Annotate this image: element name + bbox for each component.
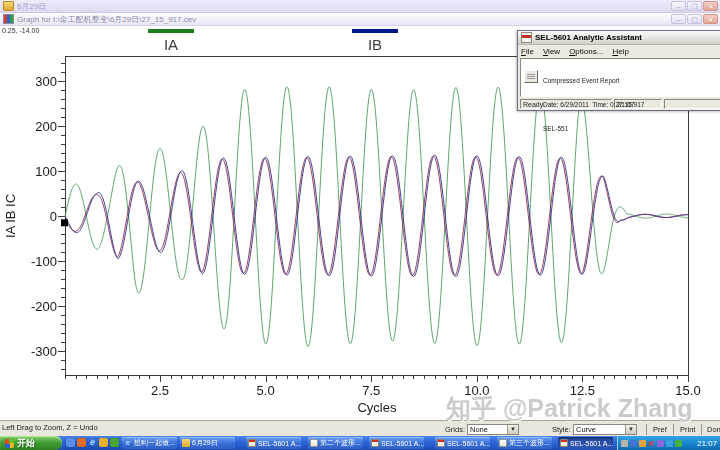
y-tick-label: 100	[17, 164, 57, 179]
quick-launch-bar: e»	[66, 438, 127, 447]
screen: 6月29日 –❐× Graph for I:\金工配机整变\6月29日\27_1…	[0, 0, 720, 450]
report-line-3: SEL-551	[543, 125, 644, 133]
y-tick-label: -100	[17, 254, 57, 269]
taskbar-button-7[interactable]: 第三个波形...	[497, 437, 552, 449]
doc-icon	[310, 439, 318, 447]
style-value: Curve	[576, 425, 596, 434]
messenger-icon[interactable]	[66, 438, 75, 447]
event-report-item-button[interactable]	[524, 70, 538, 83]
grids-value: None	[470, 425, 488, 434]
background-window-title: 6月29日	[17, 1, 46, 12]
minimize-button[interactable]: –	[671, 1, 686, 11]
taskbar-button-label: 想到一起做...	[134, 438, 175, 448]
y-axis-label: IA IB IC	[3, 182, 17, 250]
menu-view[interactable]: View	[543, 47, 560, 56]
print-button[interactable]: Print	[674, 424, 702, 435]
y-tick-label: 300	[17, 74, 57, 89]
sel-icon	[560, 439, 568, 447]
start-button[interactable]: 开始	[0, 436, 62, 450]
taskbar-button-8[interactable]: SEL-5601 A...	[558, 437, 613, 449]
ie-icon: e	[124, 439, 132, 447]
x-tick-label: 2.5	[140, 383, 180, 398]
chevron-down-icon[interactable]: ▼	[507, 425, 518, 434]
windows-logo-icon	[5, 439, 14, 448]
start-label: 开始	[17, 437, 35, 450]
pref-button[interactable]: Pref	[646, 424, 674, 435]
media-player-icon[interactable]	[77, 438, 86, 447]
x-tick-label: 7.5	[351, 383, 391, 398]
close-button[interactable]: ×	[703, 1, 718, 11]
folder-icon	[182, 439, 190, 447]
taskbar-button-label: SEL-5601 A...	[447, 440, 490, 447]
grids-label: Grids:	[445, 425, 465, 434]
taskbar-button-label: 第二个波形...	[320, 438, 361, 448]
input-method-icon[interactable]	[657, 440, 664, 447]
graph-window-titlebar[interactable]: Graph for I:\金工配机整变\6月29日\27_15_917.cev …	[0, 13, 720, 26]
event-report-text: Compressed Event Report Date: 6/29/2011 …	[543, 61, 644, 149]
safety-icon[interactable]	[621, 440, 628, 447]
tray-clock: 21:07	[697, 439, 717, 448]
tray-icons: K	[621, 440, 684, 447]
taskbar-button-2[interactable]: 6月29日	[180, 437, 235, 449]
taskbar-button-6[interactable]: SEL-5601 A...	[435, 437, 490, 449]
power-icon[interactable]	[675, 440, 682, 447]
done-button[interactable]: Done	[701, 424, 720, 435]
legend-item-ib[interactable]: IB	[352, 29, 398, 53]
assistant-window-titlebar[interactable]: SEL-5601 Analytic Assistant	[518, 31, 720, 45]
network-icon[interactable]	[630, 440, 637, 447]
assistant-menubar: FileViewOptions...Help	[518, 45, 720, 57]
legend-label: IA	[148, 36, 194, 53]
system-tray: K 21:07	[617, 436, 720, 450]
taskbar-button-4[interactable]: 第二个波形...	[308, 437, 363, 449]
menu-help[interactable]: Help	[612, 47, 628, 56]
assistant-window: SEL-5601 Analytic Assistant FileViewOpti…	[517, 30, 720, 111]
show-desktop-icon[interactable]	[110, 438, 119, 447]
status-spacer	[664, 99, 720, 109]
restore-button[interactable]: ❐	[687, 1, 702, 11]
graph-document-icon	[3, 14, 14, 24]
ie-icon[interactable]: e	[88, 438, 97, 447]
sel-logo-icon	[521, 32, 532, 43]
chevron-down-icon[interactable]: ▼	[625, 425, 636, 434]
cursor-coordinate-readout: 0.25, -14.00	[2, 27, 39, 34]
x-tick-label: 5.0	[246, 383, 286, 398]
background-window-titlebar[interactable]: 6月29日 –❐×	[0, 0, 720, 13]
legend-item-ia[interactable]: IA	[148, 29, 194, 53]
assistant-window-title: SEL-5601 Analytic Assistant	[535, 33, 642, 42]
taskbar-button-3[interactable]: SEL-5601 A...	[246, 437, 301, 449]
menu-file[interactable]: File	[521, 47, 534, 56]
taskbar-button-1[interactable]: e想到一起做...	[122, 437, 177, 449]
kingsoft-icon[interactable]: K	[648, 440, 655, 447]
taskbar: 开始 e» e想到一起做...6月29日SEL-5601 A...第二个波形..…	[0, 436, 720, 450]
taskbar-button-label: 第三个波形...	[509, 438, 550, 448]
report-line-2: Date: 6/29/2011 Time: 0:27:15.917	[543, 101, 644, 109]
minimize-button[interactable]: –	[671, 14, 686, 24]
taskbar-button-label: SEL-5601 A...	[570, 440, 613, 447]
taskbar-button-label: SEL-5601 A...	[258, 440, 301, 447]
graph-window-buttons: –▢×	[671, 14, 718, 24]
maximize-button[interactable]: ▢	[687, 14, 702, 24]
legend-swatch	[352, 29, 398, 33]
x-axis-label: Cycles	[346, 400, 408, 415]
folder-icon	[3, 1, 14, 11]
style-label: Style:	[552, 425, 571, 434]
sel-icon	[437, 439, 445, 447]
style-dropdown[interactable]: Curve ▼	[573, 424, 637, 435]
legend-label: IB	[352, 36, 398, 53]
close-button[interactable]: ×	[703, 14, 718, 24]
y-tick-label: 200	[17, 119, 57, 134]
grids-dropdown[interactable]: None ▼	[467, 424, 519, 435]
display-icon[interactable]	[666, 440, 673, 447]
mail-icon[interactable]	[99, 438, 108, 447]
taskbar-button-label: SEL-5601 A...	[381, 440, 424, 447]
volume-icon[interactable]	[639, 440, 646, 447]
y-tick-label: 0	[17, 209, 57, 224]
zoom-hint-text: Left Drag to Zoom, Z = Undo	[2, 423, 98, 432]
taskbar-button-label: 6月29日	[192, 438, 218, 448]
legend-swatch	[148, 29, 194, 33]
graph-window-title: Graph for I:\金工配机整变\6月29日\27_15_917.cev	[17, 14, 196, 25]
taskbar-button-5[interactable]: SEL-5601 A...	[369, 437, 424, 449]
y-tick-label: -300	[17, 344, 57, 359]
doc-icon	[499, 439, 507, 447]
menu-options[interactable]: Options...	[569, 47, 603, 56]
